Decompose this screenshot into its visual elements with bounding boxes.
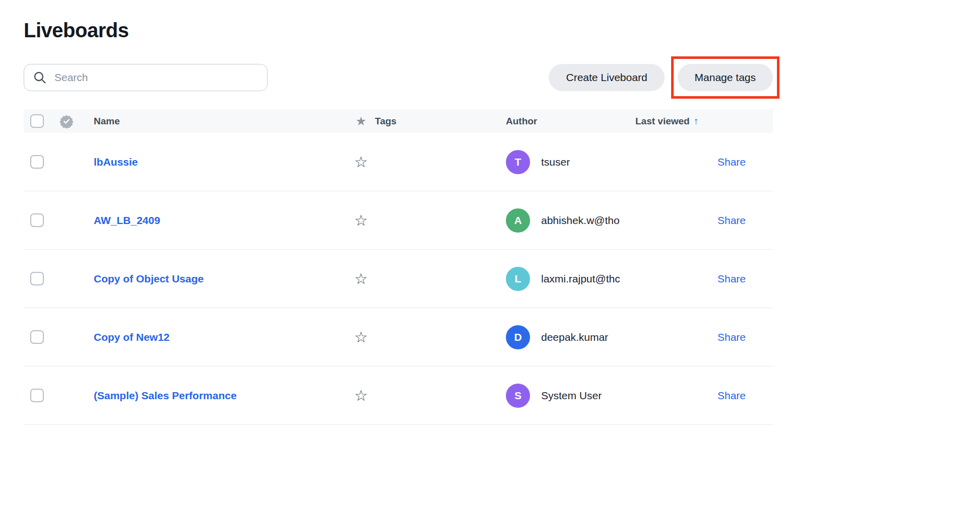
row-share-cell: Share xyxy=(635,156,773,168)
page-title: Liveboards xyxy=(24,19,773,42)
liveboard-name-link[interactable]: Copy of Object Usage xyxy=(94,273,204,284)
row-author-cell: A abhishek.w@tho xyxy=(506,208,635,233)
author-name: tsuser xyxy=(541,156,570,168)
row-star-cell: ☆ xyxy=(347,155,375,170)
row-star-cell: ☆ xyxy=(347,271,375,286)
row-share-cell: Share xyxy=(635,331,773,343)
header-checkbox-cell xyxy=(24,114,50,128)
share-link[interactable]: Share xyxy=(717,156,746,168)
avatar: T xyxy=(506,150,530,174)
favorite-star-outline-icon[interactable]: ☆ xyxy=(354,271,368,286)
table-row: (Sample) Sales Performance ☆ S System Us… xyxy=(24,366,773,425)
row-name-cell: Copy of New12 xyxy=(83,331,347,343)
author-name: System User xyxy=(541,390,602,402)
author-name: abhishek.w@tho xyxy=(541,214,620,227)
share-link[interactable]: Share xyxy=(717,390,746,402)
header-tags-cell[interactable]: Tags xyxy=(375,116,506,127)
row-checkbox-cell xyxy=(24,213,50,227)
header-last-viewed-label: Last viewed xyxy=(635,116,690,127)
avatar: A xyxy=(506,208,530,233)
row-author-cell: D deepak.kumar xyxy=(506,325,635,349)
header-last-viewed-cell[interactable]: Last viewed ↑ xyxy=(635,116,773,127)
favorite-star-outline-icon[interactable]: ☆ xyxy=(354,155,368,170)
avatar: D xyxy=(506,325,530,349)
liveboard-name-link[interactable]: (Sample) Sales Performance xyxy=(94,390,237,401)
liveboard-name-link[interactable]: Copy of New12 xyxy=(94,331,170,343)
author-name: laxmi.rajput@thc xyxy=(541,273,620,285)
toolbar: Create Liveboard Manage tags xyxy=(24,64,773,91)
search-input[interactable] xyxy=(54,71,258,84)
row-star-cell: ☆ xyxy=(347,213,375,228)
table-row: Copy of New12 ☆ D deepak.kumar Share xyxy=(24,308,773,366)
share-link[interactable]: Share xyxy=(717,214,746,227)
favorite-star-outline-icon[interactable]: ☆ xyxy=(354,330,368,345)
select-all-checkbox[interactable] xyxy=(30,114,44,128)
row-name-cell: lbAussie xyxy=(83,156,347,168)
row-checkbox[interactable] xyxy=(30,213,44,227)
row-star-cell: ☆ xyxy=(347,330,375,345)
header-tags-label: Tags xyxy=(375,116,397,126)
sort-ascending-icon[interactable]: ↑ xyxy=(694,116,699,127)
row-name-cell: Copy of Object Usage xyxy=(83,273,347,285)
table-body: lbAussie ☆ T tsuser Share AW_LB_2409 ☆ xyxy=(24,133,773,425)
header-star-cell[interactable]: ★ xyxy=(347,114,375,128)
row-share-cell: Share xyxy=(635,390,773,402)
row-author-cell: T tsuser xyxy=(506,150,635,174)
row-checkbox[interactable] xyxy=(30,155,44,169)
row-checkbox-cell xyxy=(24,155,50,169)
search-icon xyxy=(33,71,46,84)
row-share-cell: Share xyxy=(635,273,773,285)
favorite-star-outline-icon[interactable]: ☆ xyxy=(354,388,368,403)
toolbar-buttons: Create Liveboard Manage tags xyxy=(549,64,773,91)
row-checkbox[interactable] xyxy=(30,272,44,285)
author-name: deepak.kumar xyxy=(541,331,608,343)
favorite-star-outline-icon[interactable]: ☆ xyxy=(354,213,368,228)
liveboards-page: Liveboards Create Liveboard Manage tags xyxy=(24,0,773,425)
row-author-cell: S System User xyxy=(506,384,635,408)
avatar: L xyxy=(506,267,530,291)
share-link[interactable]: Share xyxy=(717,273,746,285)
header-name-label: Name xyxy=(94,116,120,126)
row-checkbox[interactable] xyxy=(30,330,44,344)
liveboard-name-link[interactable]: AW_LB_2409 xyxy=(94,214,160,226)
header-name-cell[interactable]: Name xyxy=(83,116,347,127)
table-row: lbAussie ☆ T tsuser Share xyxy=(24,133,773,191)
table-header-row: Name ★ Tags Author Last viewed ↑ xyxy=(24,109,773,133)
header-badge-cell xyxy=(50,114,83,128)
header-author-cell[interactable]: Author xyxy=(506,116,635,127)
row-share-cell: Share xyxy=(635,214,773,227)
avatar: S xyxy=(506,384,530,408)
share-link[interactable]: Share xyxy=(717,331,746,343)
search-box[interactable] xyxy=(24,64,268,91)
row-checkbox-cell xyxy=(24,330,50,344)
liveboard-name-link[interactable]: lbAussie xyxy=(94,156,138,168)
row-author-cell: L laxmi.rajput@thc xyxy=(506,267,635,291)
row-name-cell: (Sample) Sales Performance xyxy=(83,390,347,402)
row-name-cell: AW_LB_2409 xyxy=(83,214,347,227)
manage-tags-button[interactable]: Manage tags xyxy=(678,64,773,91)
row-star-cell: ☆ xyxy=(347,388,375,403)
row-checkbox-cell xyxy=(24,272,50,285)
verified-badge-icon xyxy=(59,114,74,128)
row-checkbox[interactable] xyxy=(30,389,44,402)
header-author-label: Author xyxy=(506,116,537,126)
manage-tags-highlight-wrap: Manage tags xyxy=(678,64,773,91)
liveboards-table: Name ★ Tags Author Last viewed ↑ lbAussi… xyxy=(24,109,773,425)
table-row: Copy of Object Usage ☆ L laxmi.rajput@th… xyxy=(24,250,773,308)
row-checkbox-cell xyxy=(24,389,50,402)
create-liveboard-button[interactable]: Create Liveboard xyxy=(549,64,664,91)
table-row: AW_LB_2409 ☆ A abhishek.w@tho Share xyxy=(24,191,773,250)
favorite-star-icon: ★ xyxy=(356,114,367,128)
